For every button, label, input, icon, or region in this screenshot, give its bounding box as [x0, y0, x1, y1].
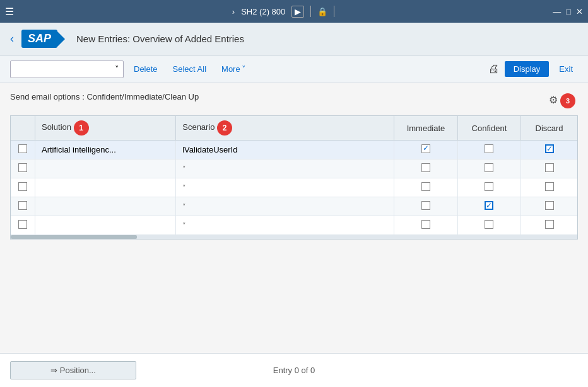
exit-button[interactable]: Exit: [554, 61, 578, 77]
sap-logo: SAP: [21, 30, 57, 48]
discard-cell[interactable]: [521, 197, 577, 216]
discard-checkbox[interactable]: [545, 220, 554, 229]
row-checkbox[interactable]: [18, 163, 27, 172]
toolbar: ˅ Delete Select All More ˅ 🖨 Display Exi…: [0, 55, 588, 83]
minimize-icon[interactable]: —: [553, 7, 561, 16]
confident-cell[interactable]: [457, 141, 520, 159]
scenario-cell: lValidateUserId: [176, 141, 394, 159]
solution-cell: [35, 216, 176, 235]
scenario-cell: ˅: [176, 159, 394, 178]
col-header-scenario: Scenario 2: [176, 116, 394, 141]
table-row: ˅: [11, 159, 577, 178]
system-id: SH2 (2) 800: [241, 7, 285, 16]
immediate-checkbox[interactable]: [421, 182, 430, 191]
col-header-discard: Discard: [521, 116, 577, 141]
table-row: ˅: [11, 178, 577, 197]
delete-button[interactable]: Delete: [129, 62, 163, 76]
solution-cell: Artificial intelligenc...: [35, 141, 176, 159]
confident-checkbox[interactable]: [485, 182, 493, 191]
step-badge-3: 3: [560, 93, 575, 108]
immediate-checkbox[interactable]: [421, 220, 430, 229]
scenario-cell: ˅: [176, 197, 394, 216]
discard-cell[interactable]: [521, 141, 577, 159]
close-icon[interactable]: ✕: [576, 7, 583, 16]
separator: [310, 6, 311, 17]
col-header-solution: Solution 1: [35, 116, 176, 141]
row-checkbox-cell[interactable]: [11, 197, 35, 216]
back-button[interactable]: ‹: [10, 32, 14, 45]
row-checkbox-cell[interactable]: [11, 216, 35, 235]
step-badge-2: 2: [217, 120, 232, 136]
more-label: More: [221, 64, 240, 74]
discard-checkbox[interactable]: [545, 182, 554, 191]
print-icon[interactable]: 🖨: [488, 62, 500, 76]
discard-checkbox[interactable]: [545, 144, 554, 153]
title-row: Send email options : Confident/Immediate…: [10, 92, 578, 109]
row-checkbox[interactable]: [18, 182, 27, 191]
row-checkbox[interactable]: [18, 201, 27, 210]
data-table: Solution 1 Scenario 2 Immediate Confiden…: [11, 116, 577, 235]
solution-cell: [35, 197, 176, 216]
row-checkbox-cell[interactable]: [11, 178, 35, 197]
scenario-dropdown-icon[interactable]: ˅: [182, 203, 186, 211]
discard-cell[interactable]: [521, 178, 577, 197]
immediate-cell[interactable]: [394, 216, 457, 235]
header-bar: ‹ SAP New Entries: Overview of Added Ent…: [0, 23, 588, 55]
title-bar: ☰ › SH2 (2) 800 ▶ 🔒 — □ ✕: [0, 0, 588, 23]
play-button[interactable]: ▶: [291, 6, 304, 18]
immediate-cell[interactable]: [394, 159, 457, 178]
table-row: Artificial intelligenc...lValidateUserId: [11, 141, 577, 159]
immediate-checkbox[interactable]: [421, 201, 430, 210]
row-checkbox-cell[interactable]: [11, 159, 35, 178]
confident-checkbox[interactable]: [485, 144, 493, 153]
more-chevron-icon: ˅: [242, 64, 246, 74]
immediate-checkbox[interactable]: [421, 163, 430, 172]
row-checkbox[interactable]: [18, 144, 27, 153]
immediate-cell[interactable]: [394, 197, 457, 216]
step-badge-1: 1: [74, 120, 89, 136]
separator2: [334, 6, 334, 17]
confident-checkbox[interactable]: [485, 201, 493, 210]
main-content: Send email options : Confident/Immediate…: [0, 83, 588, 387]
table-container[interactable]: Solution 1 Scenario 2 Immediate Confiden…: [11, 116, 577, 235]
confident-cell[interactable]: [457, 159, 520, 178]
page-title: New Entries: Overview of Added Entries: [76, 33, 244, 44]
hamburger-icon[interactable]: ☰: [5, 6, 14, 18]
discard-cell[interactable]: [521, 159, 577, 178]
immediate-checkbox[interactable]: [421, 144, 430, 153]
select-all-button[interactable]: Select All: [168, 62, 211, 76]
row-checkbox[interactable]: [18, 220, 27, 229]
position-button[interactable]: ⇒ Position...: [10, 361, 136, 379]
confident-cell[interactable]: [457, 197, 520, 216]
immediate-cell[interactable]: [394, 178, 457, 197]
more-button[interactable]: More ˅: [216, 62, 251, 76]
discard-checkbox[interactable]: [545, 163, 554, 172]
col-header-confident: Confident: [457, 116, 520, 141]
dropdown-select[interactable]: ˅: [10, 61, 124, 78]
solution-cell: [35, 159, 176, 178]
section-title: Send email options : Confident/Immediate…: [10, 92, 199, 101]
discard-cell[interactable]: [521, 216, 577, 235]
confident-cell[interactable]: [457, 216, 520, 235]
scenario-dropdown-icon[interactable]: ˅: [182, 222, 186, 229]
dropdown-arrow-icon: ˅: [115, 64, 119, 74]
solution-cell: [35, 178, 176, 197]
scenario-cell: ˅: [176, 216, 394, 235]
scenario-dropdown-icon[interactable]: ˅: [182, 165, 186, 173]
discard-checkbox[interactable]: [545, 201, 554, 210]
maximize-icon[interactable]: □: [566, 7, 571, 16]
confident-cell[interactable]: [457, 178, 520, 197]
confident-checkbox[interactable]: [485, 163, 493, 172]
scenario-cell: ˅: [176, 178, 394, 197]
display-button[interactable]: Display: [505, 61, 550, 77]
confident-checkbox[interactable]: [485, 220, 493, 229]
scenario-dropdown-icon[interactable]: ˅: [182, 184, 186, 192]
bottom-area: ⇒ Position... Entry 0 of 0: [0, 353, 588, 387]
table-section: Send email options : Confident/Immediate…: [0, 83, 588, 353]
entry-info: Entry 0 of 0: [273, 366, 315, 375]
immediate-cell[interactable]: [394, 141, 457, 159]
table-row: ˅: [11, 197, 577, 216]
row-checkbox-cell[interactable]: [11, 141, 35, 159]
arrow-icon: ›: [232, 7, 235, 16]
settings-icon[interactable]: ⚙ 3: [549, 93, 578, 108]
